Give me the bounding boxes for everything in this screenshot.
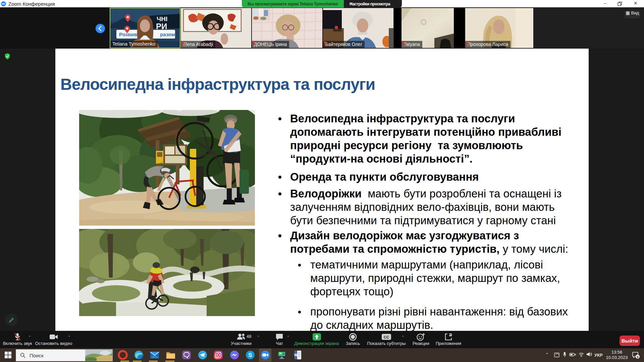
svg-text:9: 9 [637,355,638,359]
svg-text:W: W [294,353,298,357]
svg-text:разом: разом [160,32,175,37]
svg-text:CC: CC [384,335,389,339]
svg-text:S: S [248,352,252,358]
svg-text:ЧНІ: ЧНІ [157,15,167,22]
svg-text:РИ: РИ [156,22,167,31]
